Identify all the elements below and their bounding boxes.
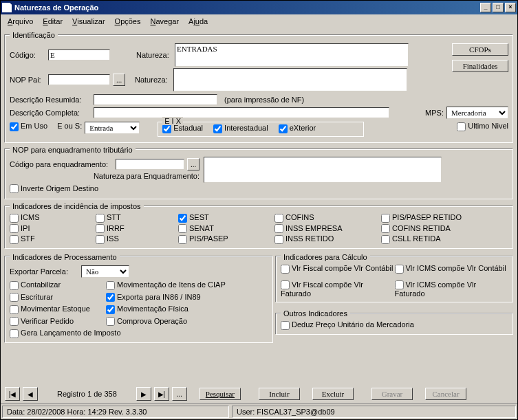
gravar-button[interactable]: Gravar xyxy=(371,388,413,400)
chk-pispasep[interactable]: PIS/PASEP xyxy=(178,234,274,244)
chk-movest[interactable]: Movimentar Estoque xyxy=(10,305,106,314)
window: Naturezas de Operação _ □ × Arquivo Edit… xyxy=(0,0,518,420)
chk-contab[interactable]: Contabilizar xyxy=(10,280,106,290)
natureza-textarea[interactable]: ENTRADAS xyxy=(175,43,409,67)
chk-inssemp[interactable]: INSS EMPRESA xyxy=(274,224,381,234)
menu-ajuda[interactable]: Ajuda xyxy=(184,16,212,27)
chk-csll[interactable]: CSLL RETIDA xyxy=(381,234,488,244)
excluir-button[interactable]: Excluir xyxy=(312,388,354,400)
menu-opcoes[interactable]: Opções xyxy=(111,16,145,27)
chk-irrf[interactable]: IRRF xyxy=(96,224,178,234)
navbar: |◀ ◀ Registro 1 de 358 ▶ ▶| ... Pesquisa… xyxy=(1,384,517,404)
minimize-button[interactable]: _ xyxy=(480,3,491,12)
chk-iss[interactable]: ISS xyxy=(96,234,178,244)
chk-vff[interactable]: Vlr Fiscal compõe Vlr Faturado xyxy=(281,280,395,298)
eous-label: E ou S: xyxy=(57,122,82,130)
legend-nop: NOP para enquadramento tributário xyxy=(10,146,136,154)
menu-arquivo[interactable]: Arquivo xyxy=(3,16,37,27)
codigo-input[interactable] xyxy=(48,49,110,60)
close-button[interactable]: × xyxy=(505,3,516,12)
menu-visualizar[interactable]: Visualizar xyxy=(68,16,109,27)
menu-editar[interactable]: Editar xyxy=(39,16,67,27)
nop-codigo-input[interactable] xyxy=(116,159,184,170)
titlebar: Naturezas de Operação _ □ × xyxy=(1,1,517,14)
window-title: Naturezas de Operação xyxy=(14,3,98,12)
natureza-label: Natureza: xyxy=(136,51,172,59)
cfops-button[interactable]: CFOPs xyxy=(452,43,508,56)
chk-expin86[interactable]: Exporta para IN86 / IN89 xyxy=(106,293,257,302)
mps-select[interactable]: Mercadoria xyxy=(446,107,508,119)
desccomp-label: Descrição Completa: xyxy=(10,109,91,117)
status-datetime: Data: 28/02/2008 Hora: 14:29 Rev. 3.3.30 xyxy=(2,406,229,418)
inverte-checkbox[interactable]: Inverte Origem Destino xyxy=(10,184,98,194)
fieldset-nop: NOP para enquadramento tributário Código… xyxy=(5,146,513,200)
natureza2-label: Natureza: xyxy=(135,76,171,84)
nop-lookup-button[interactable]: ... xyxy=(187,158,199,170)
menu-navegar[interactable]: Navegar xyxy=(146,16,183,27)
nop-natureza-label: Natureza para Enquadramento: xyxy=(94,172,199,180)
descres-input[interactable] xyxy=(94,94,217,105)
legend-calc: Indicadores para Cálculo xyxy=(281,253,370,261)
chk-vfc[interactable]: Vlr Fiscal compõe Vlr Contábil xyxy=(281,264,395,274)
fieldset-identificacao: Identificação Código: Natureza: ENTRADAS… xyxy=(5,31,513,143)
nav-more-button[interactable]: ... xyxy=(172,387,187,401)
fieldset-outros: Outros Indicadores Deduz Preço Unitário … xyxy=(276,309,513,335)
status-user: User: FISCAL37_SP3@db09 xyxy=(232,406,516,418)
chk-ipi[interactable]: IPI xyxy=(10,224,96,234)
legend-identificacao: Identificação xyxy=(10,31,58,39)
legend-proc: Indicadores de Processamento xyxy=(10,253,120,261)
chk-inssret[interactable]: INSS RETIDO xyxy=(274,234,381,244)
ultimonivel-checkbox[interactable]: Ultimo Nivel xyxy=(457,122,508,131)
exterior-checkbox[interactable]: eXterior xyxy=(279,124,316,132)
menubar: Arquivo Editar Visualizar Opções Navegar… xyxy=(1,14,517,28)
fieldset-processamento: Indicadores de Processamento Exportar Pa… xyxy=(5,253,273,343)
exparc-label: Exportar Parcela: xyxy=(10,267,78,276)
interestadual-checkbox[interactable]: Interestadual xyxy=(213,124,268,132)
eix-group: E I X Estadual Interestadual eXterior xyxy=(158,122,364,137)
chk-verped[interactable]: Verificar Pedido xyxy=(10,317,106,327)
descres-label: Descrição Resumida: xyxy=(10,96,91,104)
fieldset-impostos: Indicadores de incidência de impostos IC… xyxy=(5,202,513,249)
eix-label: E I X xyxy=(162,117,183,125)
chk-senat[interactable]: SENAT xyxy=(178,224,274,234)
fieldset-calculo: Indicadores para Cálculo Vlr Fiscal comp… xyxy=(276,253,513,302)
chk-vicmsc[interactable]: Vlr ICMS compõe Vlr Contábil xyxy=(395,264,509,274)
eous-select[interactable]: Entrada xyxy=(85,122,140,134)
descres-hint: (para impressão de NF) xyxy=(224,96,304,104)
chk-pisret[interactable]: PIS/PASEP RETIDO xyxy=(381,213,488,223)
incluir-button[interactable]: Incluir xyxy=(259,388,300,400)
content-area: Identificação Código: Natureza: ENTRADAS… xyxy=(1,28,517,384)
app-icon xyxy=(2,3,12,12)
chk-sest[interactable]: SEST xyxy=(178,213,274,223)
chk-stf[interactable]: STF xyxy=(10,234,96,244)
nav-last-button[interactable]: ▶| xyxy=(154,387,169,401)
chk-stt[interactable]: STT xyxy=(96,213,178,223)
nav-first-button[interactable]: |◀ xyxy=(5,387,20,401)
legend-impostos: Indicadores de incidência de impostos xyxy=(10,202,144,210)
noppai-input[interactable] xyxy=(48,74,110,85)
exparc-select[interactable]: Não xyxy=(81,265,129,278)
chk-cofret[interactable]: COFINS RETIDA xyxy=(381,224,488,234)
chk-vicmsf[interactable]: Vlr ICMS compõe Vlr Faturado xyxy=(395,280,509,298)
chk-movfis[interactable]: Movimentação Física xyxy=(106,305,257,314)
maximize-button[interactable]: □ xyxy=(493,3,504,12)
chk-cofins[interactable]: COFINS xyxy=(274,213,381,223)
chk-escrit[interactable]: Escriturar xyxy=(10,293,106,302)
noppai-lookup-button[interactable]: ... xyxy=(113,74,125,86)
finalidades-button[interactable]: Finalidades xyxy=(452,60,508,72)
chk-movciap[interactable]: Movimentação de Itens de CIAP xyxy=(106,280,257,290)
pesquisar-button[interactable]: Pesquisar xyxy=(199,388,241,400)
chk-compop[interactable]: Comprova Operação xyxy=(106,317,257,327)
nav-prev-button[interactable]: ◀ xyxy=(23,387,38,401)
mps-label: MPS: xyxy=(425,109,444,117)
cancelar-button[interactable]: Cancelar xyxy=(425,388,466,400)
legend-outros: Outros Indicadores xyxy=(281,309,350,318)
emuso-checkbox[interactable]: Em Uso xyxy=(10,122,47,131)
chk-deduz[interactable]: Deduz Preço Unitário da Mercadoria xyxy=(281,320,414,329)
desccomp-input[interactable] xyxy=(94,107,389,118)
nop-natureza-textarea[interactable] xyxy=(204,157,442,183)
chk-geralanc[interactable]: Gera Lançamento de Imposto xyxy=(10,329,257,338)
chk-icms[interactable]: ICMS xyxy=(10,213,96,223)
nav-next-button[interactable]: ▶ xyxy=(136,387,151,401)
natureza2-textarea[interactable] xyxy=(173,68,407,91)
